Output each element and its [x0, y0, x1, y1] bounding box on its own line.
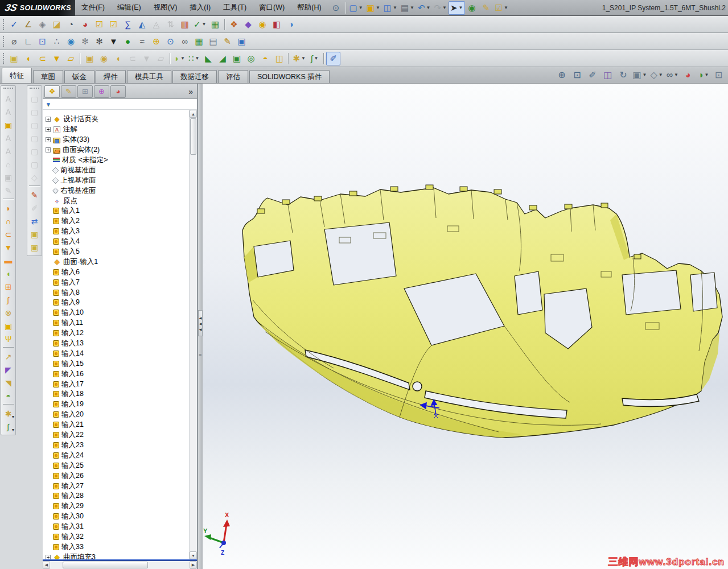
tree-item[interactable]: 输入14 — [44, 348, 188, 358]
tree-filter-bar[interactable]: ▼ — [43, 99, 197, 110]
untrim-surface-icon[interactable]: ◥ ▼ — [2, 376, 15, 389]
tree-item[interactable]: 注解 — [44, 125, 188, 135]
tree-item[interactable]: 输入25 — [44, 460, 188, 471]
displaymanager-tab[interactable]: ◕ — [110, 85, 126, 98]
swept-cut-icon[interactable]: ⊂ ▼ — [125, 52, 139, 65]
knit-surface-icon[interactable]: Ψ ▼ — [2, 332, 15, 345]
tree-item[interactable]: 输入33 — [44, 542, 188, 552]
view-orientation-icon[interactable]: ▣ ▼ — [631, 68, 648, 83]
dropdown-arrow-icon[interactable]: ▼ — [674, 73, 678, 77]
tree-item[interactable]: 输入21 — [44, 420, 188, 430]
marker-icon[interactable]: ● ▼ — [121, 35, 135, 48]
new-document-icon[interactable]: ▢ ▼ — [348, 1, 365, 15]
gear-icon[interactable]: ✻ ▼ — [78, 35, 92, 48]
command-tab[interactable]: 草图 — [33, 70, 63, 83]
tree-item[interactable]: 输入4 — [44, 237, 188, 247]
check-entity-icon[interactable]: ☑ ▼ — [92, 18, 106, 31]
propertymanager-tab[interactable]: ✎ — [61, 85, 76, 98]
expand-toggle[interactable] — [46, 137, 51, 142]
toolbar-button[interactable]: ▼ — [322, 52, 326, 65]
tree-item[interactable]: 输入6 — [44, 267, 188, 277]
undo-icon[interactable]: ↶ ▼ — [416, 1, 433, 15]
performance-evaluation-icon[interactable]: ◔ ▼ — [64, 18, 78, 31]
redo-icon[interactable]: ↷ ▼ — [433, 1, 449, 15]
spell-checker-icon[interactable]: ✓ ▼ — [7, 18, 21, 31]
sketch-icon[interactable]: ✎ ▼ — [28, 188, 42, 201]
command-tab[interactable]: 钣金 — [64, 70, 94, 83]
auto-balloon-icon[interactable]: A ▼ — [2, 131, 15, 145]
swept-boss-icon[interactable]: ⊂ ▼ — [35, 52, 50, 65]
toolbar-grip[interactable] — [30, 88, 39, 90]
view-back-icon[interactable]: ▢ ▼ — [28, 105, 42, 118]
dropdown-arrow-icon[interactable]: ▼ — [359, 6, 363, 10]
toolbar-button[interactable]: ▼ — [2, 345, 15, 350]
dropdown-arrow-icon[interactable]: ▼ — [459, 6, 463, 10]
tree-item[interactable]: 输入11 — [44, 318, 188, 328]
command-tab[interactable]: 评估 — [218, 70, 248, 83]
workgroup-pdm-icon[interactable]: ∴ ▼ — [50, 35, 64, 48]
tree-horizontal-scrollbar[interactable]: ◀ ▶ — [43, 561, 197, 569]
view-top-icon[interactable]: ▢ ▼ — [28, 145, 42, 158]
options-icon[interactable]: ☑ ▼ — [493, 1, 510, 15]
tree-item[interactable]: 输入16 — [44, 369, 188, 379]
hole-wizard-icon[interactable]: ◉ ▼ — [97, 52, 111, 65]
panel-collapse-handle[interactable]: ◀ ◀ ◀ — [198, 310, 203, 336]
reference-geometry-icon[interactable]: ✱ ▼ — [2, 407, 15, 420]
tree-item[interactable]: 输入18 — [44, 389, 188, 399]
toolbar-button[interactable]: ▼ — [28, 184, 42, 188]
tree-item[interactable]: 输入23 — [44, 440, 188, 451]
compare-documents-icon[interactable]: ▥ ▼ — [178, 18, 192, 31]
move-body-icon[interactable]: ▣ ▼ — [28, 241, 42, 254]
menu-item[interactable]: 窗口(W) — [253, 0, 291, 15]
toolbar-grip[interactable] — [3, 53, 4, 64]
linear-pattern-icon[interactable]: ∷ ▼ — [187, 52, 201, 65]
scroll-right-icon[interactable]: ▶ — [190, 561, 197, 569]
lofted-boss-icon[interactable]: ▼ ▼ — [50, 52, 64, 65]
tree-vertical-scrollbar[interactable]: ▲ ▼ — [189, 110, 197, 559]
mirror-icon[interactable]: ◫ ▼ — [272, 52, 286, 65]
boundary-boss-icon[interactable]: ▱ ▼ — [64, 52, 78, 65]
menu-item[interactable]: 帮助(H) — [291, 0, 327, 15]
model-3d-dashboard[interactable]: X Y Z — [203, 84, 728, 569]
tree-item[interactable]: 输入30 — [44, 512, 188, 522]
new-note-icon[interactable]: ✎ ▼ — [220, 35, 235, 48]
balloon-icon[interactable]: A ▼ — [2, 105, 15, 118]
tree-item[interactable]: 输入7 — [44, 277, 188, 287]
menu-item[interactable]: 编辑(E) — [111, 0, 147, 15]
design-checker-icon[interactable]: ☑ ▼ — [106, 18, 121, 31]
select-icon[interactable]: ➤ ▼ — [449, 1, 465, 15]
zoom-to-fit-icon[interactable]: ⊕ ▼ — [554, 68, 569, 83]
panel-more-chevron[interactable]: » — [186, 87, 195, 96]
revolved-boss-icon[interactable]: ◖ ▼ — [21, 52, 35, 65]
revolved-cut-icon[interactable]: ◖ ▼ — [111, 52, 125, 65]
view-front-icon[interactable]: ▢ ▼ — [28, 92, 42, 105]
3d-content-central-icon[interactable]: ◉ ▼ — [64, 35, 78, 48]
lofted-cut-icon[interactable]: ▼ ▼ — [139, 52, 154, 65]
print-preview-icon[interactable]: ▤ ▼ — [206, 35, 220, 48]
expand-toggle[interactable] — [46, 147, 51, 152]
zoom-to-area-icon[interactable]: ⊡ ▼ — [569, 68, 585, 83]
tree-item[interactable]: 上视基准面 — [44, 175, 188, 185]
toolbox-gear-icon[interactable]: ✻ ▼ — [92, 35, 106, 48]
scroll-up-icon[interactable]: ▲ — [190, 110, 197, 118]
tree-item[interactable]: 输入15 — [44, 358, 188, 369]
toolbar-button[interactable]: ▼ — [286, 52, 291, 65]
view-left-icon[interactable]: ▢ ▼ — [28, 118, 42, 131]
help-book-icon[interactable]: ▣ ▼ — [235, 35, 249, 48]
shell-icon[interactable]: ▣ ▼ — [229, 52, 244, 65]
tree-item[interactable]: 输入28 — [44, 491, 188, 501]
simulation-icon[interactable]: ◆ ▼ — [241, 18, 256, 31]
apply-scene-icon[interactable]: ◑ ▼ — [696, 68, 711, 83]
dropdown-arrow-icon[interactable]: ▼ — [11, 428, 15, 432]
fastener-icon[interactable]: ⌀ ▼ — [7, 35, 21, 48]
dropdown-arrow-icon[interactable]: ▼ — [180, 56, 185, 61]
convert-entities-icon[interactable]: ⇄ ▼ — [28, 215, 42, 228]
filled-surface-icon[interactable]: ◓ ▼ — [2, 389, 15, 402]
datum-feature-icon[interactable]: ✎ ▼ — [2, 184, 15, 197]
verification-icon[interactable]: ✓ ▼ — [192, 18, 208, 31]
toolbar-grip[interactable] — [3, 36, 4, 47]
design-binder-icon[interactable]: ▣ ▼ — [2, 118, 15, 131]
tree-item[interactable]: 输入2 — [44, 216, 188, 226]
display-style-icon[interactable]: ◇ ▼ — [648, 68, 664, 83]
save-icon[interactable]: ◫ ▼ — [382, 1, 399, 15]
